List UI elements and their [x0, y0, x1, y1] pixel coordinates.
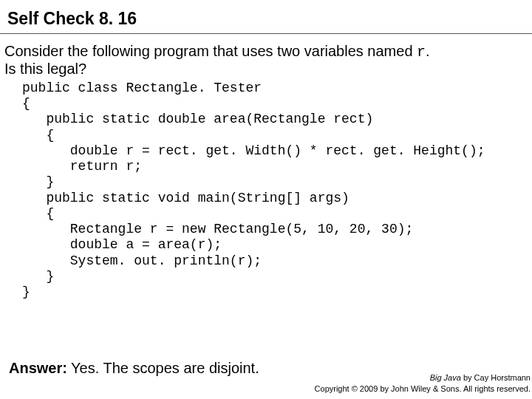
- question-inline-code: r: [417, 44, 426, 61]
- book-name: Big Java: [430, 373, 461, 382]
- answer-label: Answer:: [9, 360, 67, 376]
- code-block: public class Rectangle. Tester { public …: [1, 78, 531, 300]
- answer-text: Yes. The scopes are disjoint.: [67, 360, 259, 376]
- slide-title: Self Check 8. 16: [0, 0, 532, 33]
- answer: Answer: Yes. The scopes are disjoint.: [9, 360, 259, 376]
- question-line2: Is this legal?: [4, 61, 86, 77]
- copyright: Copyright © 2009 by John Wiley & Sons. A…: [315, 384, 531, 393]
- question-line1-post: .: [426, 43, 430, 59]
- question-text: Consider the following program that uses…: [1, 43, 531, 78]
- attribution: Big Java by Cay Horstmann: [430, 374, 531, 383]
- content-area: Consider the following program that uses…: [0, 34, 532, 300]
- question-line1-pre: Consider the following program that uses…: [4, 43, 417, 59]
- author: by Cay Horstmann: [461, 373, 531, 382]
